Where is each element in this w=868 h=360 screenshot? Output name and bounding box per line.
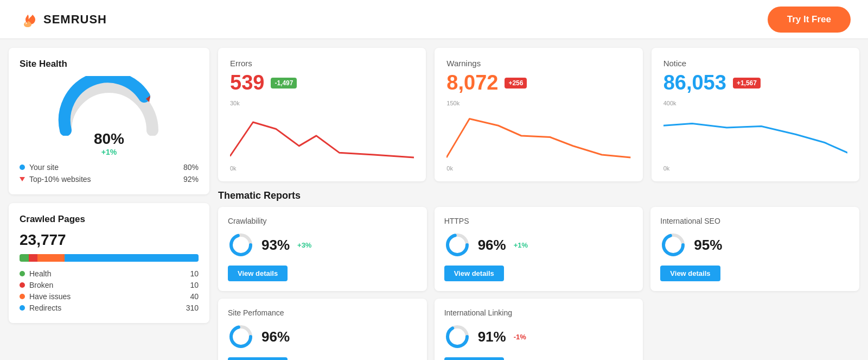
notice-value: 86,053 xyxy=(663,71,726,94)
crawled-redirects-value: 310 xyxy=(186,304,199,312)
errors-badge: -1,497 xyxy=(271,78,297,89)
errors-bot-label: 0k xyxy=(230,165,237,172)
international-linking-donut-icon xyxy=(444,324,470,350)
report-international-linking: International Linking 91% -1% View detai… xyxy=(435,299,643,360)
thematic-reports-title: Thematic Reports xyxy=(218,190,859,201)
crawled-issues-label: Have issues xyxy=(29,292,71,301)
https-pct: 96% xyxy=(478,237,506,254)
report-site-performance: Site Perfomance 96% View details xyxy=(218,299,427,360)
errors-value-row: 539 -1,497 xyxy=(230,71,414,94)
crawled-health-label: Health xyxy=(29,269,51,278)
gauge-percent: 80% xyxy=(94,130,124,148)
crawled-pages-title: Crawled Pages xyxy=(20,214,199,225)
crawled-broken-label: Broken xyxy=(29,281,53,289)
international-linking-main: 91% -1% xyxy=(444,324,634,350)
redirects-dot-icon xyxy=(20,305,25,311)
errors-card: Errors 539 -1,497 30k 0k xyxy=(218,48,426,181)
crawled-issues-value: 40 xyxy=(190,292,199,301)
crawled-row-issues: Have issues 40 xyxy=(20,292,199,301)
https-change: +1% xyxy=(514,241,528,249)
legend-row-top10: Top-10% websites 92% xyxy=(20,175,199,184)
broken-dot-icon xyxy=(20,282,25,288)
notice-card: Notice 86,053 +1,567 400k 0k xyxy=(652,48,859,181)
warnings-top-label: 150k xyxy=(446,100,459,106)
gauge-change: +1% xyxy=(94,148,124,156)
site-performance-view-details-button[interactable]: View details xyxy=(228,357,288,360)
crawlability-change: +3% xyxy=(297,241,311,249)
notice-badge: +1,567 xyxy=(733,78,761,89)
report-international-seo: International SEO 95% View details xyxy=(650,207,859,291)
right-area: Errors 539 -1,497 30k 0k Warnings xyxy=(218,48,859,360)
https-label: HTTPS xyxy=(444,217,634,225)
notice-bot-labels: 0k xyxy=(663,165,847,172)
international-seo-view-details-button[interactable]: View details xyxy=(660,266,720,281)
legend-site-label: Your site xyxy=(29,163,59,172)
errors-value: 539 xyxy=(230,71,264,94)
metrics-row: Errors 539 -1,497 30k 0k Warnings xyxy=(218,48,859,181)
bar-issues xyxy=(37,254,65,262)
site-performance-main: 96% xyxy=(228,324,417,350)
sidebar: Site Health 80% +1% xyxy=(9,48,209,360)
semrush-logo-icon xyxy=(17,9,38,30)
legend-top10-label: Top-10% websites xyxy=(29,175,91,184)
site-health-legend: Your site 80% Top-10% websites 92% xyxy=(20,163,199,184)
notice-bot-label: 0k xyxy=(663,165,670,172)
warnings-value-row: 8,072 +256 xyxy=(446,71,630,94)
crawlability-donut-icon xyxy=(228,232,254,258)
warnings-chart xyxy=(446,109,630,163)
warnings-chart-labels: 150k xyxy=(446,100,630,106)
international-linking-change: -1% xyxy=(514,333,526,341)
crawled-total: 23,777 xyxy=(20,231,199,249)
reports-grid: Crawlability 93% +3% View details HTTPS xyxy=(218,207,859,360)
international-seo-donut-icon xyxy=(660,232,686,258)
international-linking-pct: 91% xyxy=(478,329,506,345)
warnings-bot-labels: 0k xyxy=(446,165,630,172)
try-it-free-button[interactable]: Try It Free xyxy=(768,7,851,33)
report-crawlability: Crawlability 93% +3% View details xyxy=(218,207,427,291)
notice-chart-labels: 400k xyxy=(663,100,847,106)
logo-text: SEMRUSH xyxy=(43,12,107,27)
triangle-icon xyxy=(20,177,25,181)
crawled-pages-card: Crawled Pages 23,777 Health 10 xyxy=(9,203,209,323)
site-performance-pct: 96% xyxy=(261,329,290,345)
crawled-bar xyxy=(20,254,199,262)
site-health-card: Site Health 80% +1% xyxy=(9,48,209,194)
crawled-row-redirects: Redirects 310 xyxy=(20,304,199,312)
https-view-details-button[interactable]: View details xyxy=(444,266,504,281)
site-health-title: Site Health xyxy=(20,59,199,70)
errors-chart xyxy=(230,109,414,163)
crawlability-view-details-button[interactable]: View details xyxy=(228,266,288,281)
gauge-chart xyxy=(55,76,163,136)
international-linking-label: International Linking xyxy=(444,308,634,317)
crawled-legend: Health 10 Broken 10 Have issues xyxy=(20,269,199,312)
https-main: 96% +1% xyxy=(444,232,634,258)
logo-area: SEMRUSH xyxy=(17,9,107,30)
site-dot-icon xyxy=(20,165,25,170)
warnings-label: Warnings xyxy=(446,59,630,68)
notice-label: Notice xyxy=(663,59,847,68)
https-donut-icon xyxy=(444,232,470,258)
issues-dot-icon xyxy=(20,294,25,299)
header: SEMRUSH Try It Free xyxy=(0,0,868,39)
notice-value-row: 86,053 +1,567 xyxy=(663,71,847,94)
crawled-redirects-label: Redirects xyxy=(29,304,61,312)
legend-row-site: Your site 80% xyxy=(20,163,199,172)
health-dot-icon xyxy=(20,271,25,276)
errors-label: Errors xyxy=(230,59,414,68)
warnings-value: 8,072 xyxy=(446,71,498,94)
crawled-health-value: 10 xyxy=(190,269,199,278)
notice-top-label: 400k xyxy=(663,100,676,106)
crawlability-label: Crawlability xyxy=(228,217,417,225)
bar-broken xyxy=(29,254,38,262)
international-linking-view-details-button[interactable]: View details xyxy=(444,357,504,360)
report-https: HTTPS 96% +1% View details xyxy=(435,207,643,291)
international-seo-main: 95% xyxy=(660,232,850,258)
main-content: Site Health 80% +1% xyxy=(0,39,868,360)
crawled-row-health: Health 10 xyxy=(20,269,199,278)
international-seo-label: International SEO xyxy=(660,217,850,225)
crawlability-main: 93% +3% xyxy=(228,232,417,258)
crawled-broken-value: 10 xyxy=(190,281,199,289)
gauge-container: 80% +1% xyxy=(20,76,199,156)
bar-redirects xyxy=(65,254,199,262)
warnings-bot-label: 0k xyxy=(446,165,453,172)
